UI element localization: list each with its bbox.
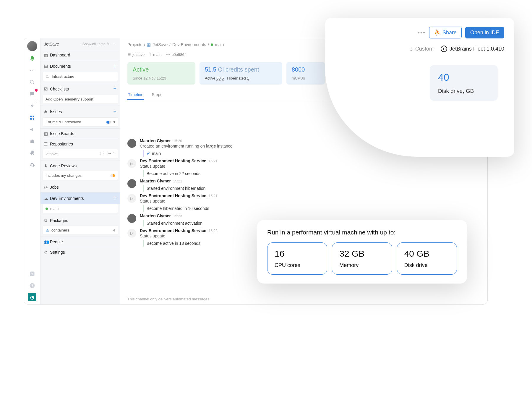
document-item-infrastructure[interactable]: 🗀Infrastructure [42,72,118,81]
bot-avatar-icon[interactable]: ▷ [127,194,136,203]
checklist-icon: ☑ [44,87,50,91]
sidebar-item-issue-boards[interactable]: ▥Issue Boards [40,129,120,139]
add-icon[interactable] [28,269,37,278]
sidebar-item-repositories[interactable]: ☰Repositories [40,139,120,149]
meta-repo[interactable]: ☰jetsave [127,52,145,57]
spec-card-disk: 40 GBDisk drive [397,242,457,275]
megaphone-icon[interactable] [28,125,37,134]
filter-dots-icon [110,174,115,177]
timeline-entry: Maarten Clymer15:21 Started environment … [127,179,480,192]
apps-icon: ▦ [147,42,151,47]
status-dot-icon [46,208,48,210]
package-item-containers[interactable]: ⏏containers4 [42,226,118,235]
repo-icon: ☰ [44,142,50,146]
instance-type[interactable]: ⏚Custom [410,46,434,52]
more-icon[interactable]: ••• [418,29,426,36]
footer-note: This channel only delivers automated mes… [127,291,480,301]
issues-icon: ✱ [44,109,50,114]
fleet-icon: ◐ [441,46,447,52]
cr-filter-item[interactable]: Includes my changes [42,171,118,180]
apps-icon[interactable] [28,113,37,122]
add-document-icon[interactable]: + [113,63,116,69]
more-icon[interactable]: ⋯ [28,66,37,75]
add-env-icon[interactable]: + [113,195,116,201]
sidebar-item-issues[interactable]: ✱Issues+ [40,106,120,117]
bot-avatar-icon[interactable]: ▷ [127,159,136,168]
cloud-icon: ☁ [44,196,50,201]
svg-point-0 [30,80,33,83]
sidebar-item-checklists[interactable]: ☑Checklists+ [40,83,120,95]
svg-text:?: ? [31,284,33,287]
issues-filter-item[interactable]: For me & unresolved9 [42,117,118,127]
tab-timeline[interactable]: Timeline [127,90,144,100]
svg-rect-4 [30,118,32,120]
global-nav-rail: ⋯ 10 ? ◔ [24,38,40,304]
share-button[interactable]: ⛹Share [429,27,462,38]
show-all-link[interactable]: Show all items [82,42,105,46]
repo-icon: ☰ [127,52,131,57]
bell-icon[interactable] [28,54,37,63]
person-icon: ⛹ [434,29,441,36]
people-icon: 👥 [44,239,50,244]
project-title: JetSave [44,42,59,46]
svg-rect-2 [30,116,32,117]
puzzle-icon[interactable] [28,149,37,158]
stat-active-label: Active [133,66,190,73]
custom-icon: ⏚ [410,46,413,52]
breadcrumb-devenv[interactable]: Dev Environments [172,42,206,47]
open-in-ide-button[interactable]: Open in IDE [465,27,504,38]
ide-selector[interactable]: ◐JetBrains Fleet 1.0.410 [441,46,504,52]
review-icon: ⬇ [44,163,50,168]
vm-specs-card: Run in a performant virtual machine with… [257,220,467,284]
repo-item-jetsave[interactable]: jetsave〈 〉⊶ᛉ [42,149,118,159]
chat-icon[interactable] [28,90,37,98]
code-icon[interactable]: 〈 〉 [98,151,106,156]
vm-specs-title: Run in a performant virtual machine with… [267,229,457,236]
sidebar-item-people[interactable]: 👥People [40,237,120,247]
checklist-item[interactable]: Add OpenTelemetry support [42,95,118,104]
meta-commit[interactable]: ⊶b0e986f [166,52,185,57]
bolt-icon[interactable]: 10 [28,101,37,110]
avatar[interactable] [127,139,136,148]
briefcase-icon[interactable] [28,137,37,146]
sidebar-item-jobs[interactable]: ◶Jobs [40,182,120,192]
breadcrumb-projects[interactable]: Projects [127,42,142,47]
stat-card-mcpu: 8000 mCPUs [286,62,325,85]
breadcrumb-main[interactable]: main [215,42,224,47]
tab-steps[interactable]: Steps [151,90,163,100]
add-checklist-icon[interactable]: + [113,86,116,92]
breadcrumb-jetsave[interactable]: JetSave [153,42,168,47]
avatar[interactable] [127,214,136,223]
sidebar-item-packages[interactable]: ⧉Packages [40,215,120,226]
collapse-icon[interactable]: ⇥ [111,41,116,47]
disk-stat-card: 40 Disk drive, GB [430,65,498,101]
sidebar-item-dev-environments[interactable]: ☁Dev Environments+ [40,192,120,204]
svg-rect-3 [33,116,34,117]
add-issue-icon[interactable]: + [113,109,116,115]
sidebar-item-settings[interactable]: ⚙Settings [40,247,120,257]
sidebar-item-dashboard[interactable]: ▦Dashboard [40,50,120,60]
avatar[interactable] [127,179,136,188]
folder-icon: 🗀 [46,74,49,79]
timeline-entry: ▷ Dev Environment Hosting Service15:21 S… [127,193,480,212]
edit-icon[interactable]: ✎ [105,41,111,47]
sidebar-item-documents[interactable]: ▤Documents+ [40,60,120,72]
bot-avatar-icon[interactable]: ▷ [127,229,136,238]
commit-icon[interactable]: ⊶ [108,151,111,156]
branch-icon[interactable]: ᛉ [113,151,115,156]
stat-card-credits: 51.5 CI credits spent Active 50.5 Hibern… [200,62,282,85]
jobs-icon: ◶ [44,185,50,190]
env-item-main[interactable]: main [42,204,118,213]
sidebar-item-code-reviews[interactable]: ⬇Code Reviews [40,161,120,171]
meta-branch[interactable]: ᛘmain [149,52,161,57]
container-icon: ⏏ [46,228,49,232]
avatar[interactable] [27,41,37,51]
svg-line-1 [33,83,34,84]
gear-icon[interactable] [28,161,37,169]
help-icon[interactable]: ? [28,281,37,290]
check-icon: ✔ [147,151,150,156]
search-icon[interactable] [28,78,37,87]
space-logo-icon[interactable]: ◔ [28,293,36,301]
commit-icon: ⊶ [166,52,170,57]
status-dot-icon [211,43,213,46]
